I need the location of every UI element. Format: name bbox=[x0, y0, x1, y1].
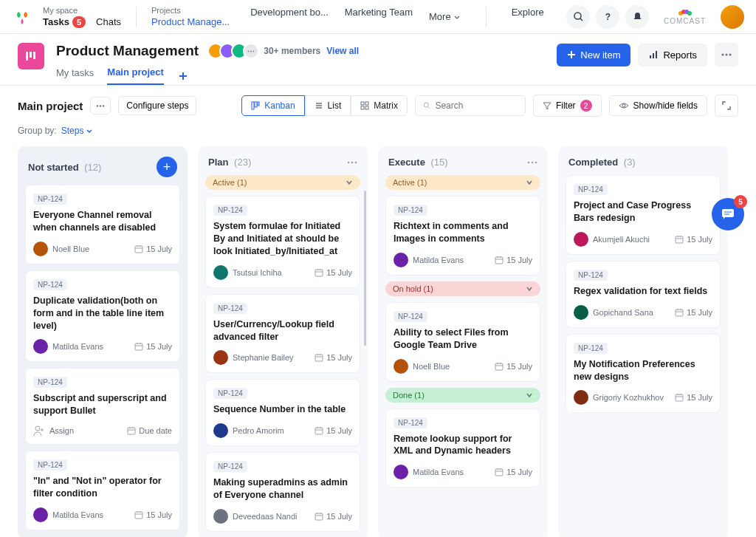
task-card[interactable]: NP-124 Project and Case Progress Bars re… bbox=[566, 175, 721, 255]
card-title: Regex validation for text fields bbox=[574, 285, 712, 298]
column-count: (15) bbox=[431, 157, 448, 168]
task-card[interactable]: NP-124 Duplicate validation(both on form… bbox=[25, 270, 180, 363]
card-assignee[interactable]: Matilda Evans bbox=[33, 507, 103, 522]
task-card[interactable]: NP-124 Everyone Channel removal when cha… bbox=[25, 185, 180, 264]
chat-fab[interactable]: 5 bbox=[712, 198, 744, 230]
nav-marketing[interactable]: Marketing Team bbox=[345, 7, 413, 27]
card-assignee[interactable]: Assign bbox=[33, 425, 74, 437]
showhide-button[interactable]: Show/hide fields bbox=[609, 95, 707, 116]
card-date[interactable]: 15 July bbox=[675, 393, 712, 402]
filter-button[interactable]: Filter 2 bbox=[533, 95, 602, 117]
task-card[interactable]: NP-124 Regex validation for text fields … bbox=[566, 261, 721, 328]
view-kanban[interactable]: Kanban bbox=[241, 95, 304, 116]
notifications-button[interactable] bbox=[625, 5, 649, 29]
card-assignee[interactable]: Pedro Amorim bbox=[213, 423, 284, 438]
card-assignee[interactable]: Grigoriy Kozhukhov bbox=[574, 390, 664, 405]
app-logo[interactable] bbox=[12, 7, 32, 27]
subgroup-onhold[interactable]: On hold (1) bbox=[385, 281, 540, 296]
task-card[interactable]: NP-124 Making superadmins as admin of Ev… bbox=[205, 452, 360, 532]
nav-dev[interactable]: Development bo... bbox=[250, 7, 329, 27]
card-assignee[interactable]: Stephanie Bailey bbox=[213, 350, 294, 365]
scrollbar[interactable] bbox=[364, 191, 366, 346]
breadcrumb-parent[interactable]: Projects bbox=[151, 6, 230, 15]
board-icon bbox=[24, 49, 38, 63]
card-footer: Pedro Amorim 15 July bbox=[213, 423, 352, 438]
search-box[interactable] bbox=[415, 95, 526, 116]
groupby-select[interactable]: Steps bbox=[61, 126, 94, 136]
svg-rect-23 bbox=[365, 102, 368, 105]
view-all-link[interactable]: View all bbox=[326, 46, 359, 56]
expand-button[interactable] bbox=[715, 95, 738, 117]
svg-point-48 bbox=[355, 161, 357, 163]
card-assignee[interactable]: Noell Blue bbox=[394, 359, 450, 374]
column-body: Active (1) NP-124 System formulae for In… bbox=[205, 175, 360, 532]
task-card[interactable]: NP-124 My Notification Preferences new d… bbox=[566, 334, 721, 414]
tab-mytasks[interactable]: My tasks bbox=[56, 67, 94, 84]
new-item-button[interactable]: New item bbox=[557, 44, 630, 66]
project-more-button[interactable] bbox=[715, 43, 738, 66]
column-menu-button[interactable] bbox=[347, 161, 357, 164]
subgroup-active[interactable]: Active (1) bbox=[385, 175, 540, 190]
toolbar-more-button[interactable] bbox=[90, 97, 111, 114]
card-assignee[interactable]: Gopichand Sana bbox=[574, 305, 653, 320]
card-date[interactable]: 15 July bbox=[495, 256, 532, 264]
card-date-text: 15 July bbox=[326, 426, 352, 435]
card-assignee[interactable]: Matilda Evans bbox=[394, 253, 464, 267]
configure-steps-button[interactable]: Configure steps bbox=[118, 96, 196, 115]
subgroup-active[interactable]: Active (1) bbox=[205, 175, 360, 190]
add-card-button[interactable]: + bbox=[157, 157, 177, 177]
card-date[interactable]: 15 July bbox=[495, 362, 532, 371]
card-date[interactable]: 15 July bbox=[134, 244, 172, 253]
user-avatar[interactable] bbox=[721, 5, 744, 29]
svg-point-26 bbox=[424, 103, 428, 107]
view-matrix[interactable]: Matrix bbox=[351, 95, 408, 116]
column-count: (12) bbox=[84, 162, 101, 173]
task-card[interactable]: NP-124 Richtext in comments and Images i… bbox=[385, 196, 540, 276]
view-list[interactable]: List bbox=[305, 95, 351, 116]
task-card[interactable]: NP-124 System formulae for Initiated By … bbox=[205, 196, 360, 288]
card-assignee[interactable]: Tsutsui Ichiha bbox=[213, 265, 282, 280]
more-icon bbox=[96, 105, 105, 107]
card-assignee[interactable]: Matilda Evans bbox=[394, 465, 464, 479]
svg-point-18 bbox=[103, 105, 104, 106]
chats-link[interactable]: Chats bbox=[96, 16, 121, 27]
breadcrumb-current[interactable]: Product Manage... bbox=[151, 16, 230, 27]
card-footer: Deveedaas Nandi 15 July bbox=[213, 509, 352, 524]
task-card[interactable]: NP-124 Ability to select Files from Goog… bbox=[385, 302, 540, 382]
card-date[interactable]: Due date bbox=[127, 426, 172, 435]
card-date[interactable]: 15 July bbox=[675, 235, 712, 244]
card-date[interactable]: 15 July bbox=[315, 353, 352, 362]
card-assignee[interactable]: Noell Blue bbox=[33, 242, 89, 256]
nav-explore[interactable]: Explore bbox=[512, 7, 544, 27]
card-date[interactable]: 15 July bbox=[315, 268, 352, 277]
card-date-text: 15 July bbox=[687, 235, 712, 244]
card-date[interactable]: 15 July bbox=[675, 308, 712, 317]
reports-button[interactable]: Reports bbox=[638, 44, 707, 66]
members-stack[interactable]: ⋯ bbox=[207, 43, 259, 59]
card-date[interactable]: 15 July bbox=[315, 426, 352, 435]
new-item-label: New item bbox=[580, 49, 620, 61]
tab-mainproject[interactable]: Main project bbox=[107, 66, 164, 85]
card-date[interactable]: 15 July bbox=[495, 468, 532, 476]
task-card[interactable]: NP-124 Sequence Number in the table Pedr… bbox=[205, 379, 360, 446]
card-date[interactable]: 15 July bbox=[134, 342, 172, 351]
card-date[interactable]: 15 July bbox=[315, 512, 352, 521]
help-button[interactable]: ? bbox=[596, 5, 619, 29]
column-menu-button[interactable] bbox=[527, 161, 537, 164]
task-card[interactable]: NP-124 "In" and "Not in" operator for fi… bbox=[25, 451, 180, 530]
task-card[interactable]: NP-124 Remote lookup support for XML and… bbox=[385, 408, 540, 488]
card-assignee[interactable]: Matilda Evans bbox=[33, 339, 103, 354]
search-input[interactable] bbox=[435, 100, 518, 111]
nav-more[interactable]: More bbox=[429, 7, 461, 27]
project-icon[interactable] bbox=[18, 43, 44, 69]
add-tab-button[interactable] bbox=[177, 70, 189, 82]
svg-point-66 bbox=[532, 161, 534, 163]
card-assignee[interactable]: Akumjeli Akuchi bbox=[574, 232, 650, 247]
task-card[interactable]: NP-124 User/Currency/Lookup field advanc… bbox=[205, 294, 360, 374]
search-button[interactable] bbox=[566, 5, 590, 29]
card-assignee[interactable]: Deveedaas Nandi bbox=[213, 509, 297, 524]
tasks-link[interactable]: Tasks 5 bbox=[43, 16, 86, 28]
subgroup-done[interactable]: Done (1) bbox=[385, 388, 540, 403]
task-card[interactable]: NP-124 Subscript and superscript and sup… bbox=[25, 368, 180, 445]
card-date[interactable]: 15 July bbox=[134, 510, 172, 519]
